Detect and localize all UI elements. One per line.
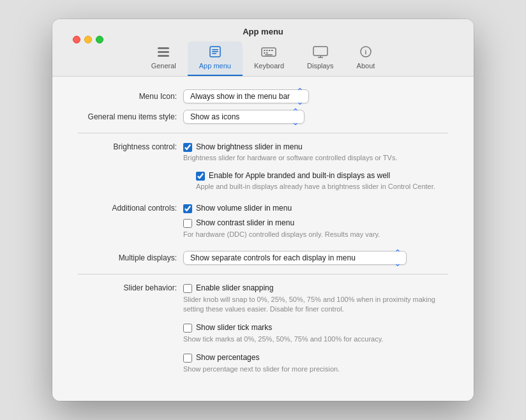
- svg-rect-10: [269, 50, 271, 51]
- brightness-row: Brightness control: Show brightness slid…: [78, 142, 448, 197]
- svg-rect-15: [313, 47, 327, 56]
- displays-icon: [312, 45, 329, 60]
- brightness-checkbox-label[interactable]: Show brightness slider in menu: [196, 142, 303, 153]
- close-button[interactable]: [73, 36, 80, 43]
- maximize-button[interactable]: [96, 36, 103, 43]
- brightness-subtext: Brightness slider for hardware or softwa…: [183, 153, 435, 163]
- slider-row: Slider behavior: Enable slider snapping …: [78, 283, 448, 379]
- keyboard-icon: [260, 45, 277, 60]
- snapping-checkbox[interactable]: [183, 284, 192, 293]
- contrast-checkbox-row: Show contrast slider in menu: [183, 218, 380, 229]
- divider-1: [78, 133, 448, 133]
- volume-checkbox-row: Show volume slider in menu: [183, 204, 380, 214]
- slider-group: Enable slider snapping Slider knob will …: [183, 283, 448, 379]
- percentages-checkbox-label[interactable]: Show percentages: [196, 353, 259, 363]
- svg-rect-0: [158, 47, 169, 49]
- additional-label: Additional controls:: [78, 204, 183, 213]
- tab-about[interactable]: i About: [345, 41, 387, 76]
- titlebar: App menu General: [52, 19, 474, 77]
- tab-about-label: About: [357, 62, 375, 70]
- minimize-button[interactable]: [84, 36, 92, 43]
- snapping-checkbox-row: Enable slider snapping: [183, 283, 448, 294]
- brightness-group: Show brightness slider in menu Brightnes…: [183, 142, 435, 197]
- snapping-checkbox-label[interactable]: Enable slider snapping: [196, 283, 273, 294]
- content-area: Menu Icon: Always show in the menu bar O…: [52, 77, 474, 401]
- apple-indent: Enable for Apple branded and built-in di…: [196, 171, 435, 197]
- divider-2: [78, 274, 448, 274]
- svg-rect-12: [264, 52, 266, 54]
- tab-keyboard-label: Keyboard: [254, 62, 284, 70]
- multiple-displays-row: Multiple displays: Show separate control…: [78, 251, 448, 265]
- svg-rect-1: [158, 51, 169, 53]
- additional-group: Show volume slider in menu Show contrast…: [183, 204, 380, 245]
- tab-app-menu[interactable]: App menu: [188, 41, 243, 76]
- percentages-subtext: Show percentage next to slider for more …: [183, 364, 448, 374]
- multiple-select-wrapper: Show separate controls for each display …: [183, 251, 407, 265]
- tab-keyboard[interactable]: Keyboard: [243, 41, 296, 76]
- snapping-subtext: Slider knob will snap to 0%, 25%, 50%, 7…: [183, 295, 448, 315]
- percentages-checkbox[interactable]: [183, 354, 192, 363]
- menu-icon-row: Menu Icon: Always show in the menu bar O…: [78, 89, 448, 103]
- multiple-label: Multiple displays:: [78, 253, 183, 262]
- apple-subtext: Apple and built-in displays already have…: [196, 182, 435, 191]
- svg-text:i: i: [365, 49, 367, 56]
- tab-bar: General App menu: [133, 41, 393, 76]
- brightness-label: Brightness control:: [78, 142, 183, 151]
- percentages-group: Show percentages Show percentage next to…: [183, 353, 448, 379]
- brightness-checkbox-row: Show brightness slider in menu: [183, 142, 435, 153]
- traffic-lights: [73, 36, 103, 43]
- brightness-checkbox[interactable]: [183, 143, 192, 152]
- tickmarks-checkbox-label[interactable]: Show slider tick marks: [196, 323, 272, 333]
- percentages-checkbox-row: Show percentages: [183, 353, 448, 363]
- menu-icon-select-wrapper: Always show in the menu bar Only show wh…: [183, 89, 309, 103]
- window-title: App menu: [243, 27, 283, 36]
- about-icon: i: [359, 45, 373, 60]
- tickmarks-checkbox-row: Show slider tick marks: [183, 323, 448, 333]
- main-window: App menu General: [52, 19, 474, 401]
- contrast-checkbox[interactable]: [183, 219, 192, 228]
- svg-rect-2: [158, 55, 169, 57]
- contrast-subtext: For hardware (DDC) controlled displays o…: [183, 230, 380, 239]
- tickmarks-subtext: Show tick marks at 0%, 25%, 50%, 75% and…: [183, 334, 448, 344]
- menu-icon-label: Menu Icon:: [78, 92, 183, 101]
- additional-row: Additional controls: Show volume slider …: [78, 204, 448, 245]
- tickmarks-checkbox[interactable]: [183, 324, 192, 333]
- tab-general[interactable]: General: [140, 41, 188, 76]
- volume-checkbox-label[interactable]: Show volume slider in menu: [196, 204, 292, 214]
- contrast-checkbox-label[interactable]: Show contrast slider in menu: [196, 218, 294, 229]
- contrast-group: Show contrast slider in menu For hardwar…: [183, 218, 380, 244]
- general-icon: [156, 45, 170, 60]
- apple-checkbox[interactable]: [196, 172, 205, 181]
- svg-rect-8: [264, 50, 266, 51]
- menu-icon-select[interactable]: Always show in the menu bar Only show wh…: [183, 89, 309, 103]
- apple-checkbox-label[interactable]: Enable for Apple branded and built-in di…: [209, 171, 390, 181]
- svg-rect-11: [271, 50, 273, 51]
- tab-displays-label: Displays: [307, 62, 334, 70]
- tab-general-label: General: [151, 62, 176, 70]
- tab-displays[interactable]: Displays: [296, 41, 345, 76]
- volume-checkbox[interactable]: [183, 204, 192, 213]
- app-menu-icon: [208, 45, 222, 60]
- general-style-row: General menu items style: Show as icons …: [78, 110, 448, 124]
- general-style-select[interactable]: Show as icons Show as text Show as icons…: [183, 110, 304, 124]
- slider-label: Slider behavior:: [78, 283, 183, 292]
- svg-rect-6: [212, 53, 216, 54]
- apple-checkbox-row: Enable for Apple branded and built-in di…: [196, 171, 435, 181]
- svg-rect-9: [266, 50, 268, 51]
- multiple-select[interactable]: Show separate controls for each display …: [183, 251, 407, 265]
- svg-rect-14: [265, 54, 273, 56]
- general-style-label: General menu items style:: [78, 112, 183, 121]
- general-style-select-wrapper: Show as icons Show as text Show as icons…: [183, 110, 304, 124]
- tab-app-menu-label: App menu: [199, 62, 231, 70]
- svg-rect-5: [212, 51, 218, 52]
- svg-rect-4: [212, 49, 218, 50]
- svg-rect-13: [266, 52, 268, 54]
- tickmarks-group: Show slider tick marks Show tick marks a…: [183, 323, 448, 349]
